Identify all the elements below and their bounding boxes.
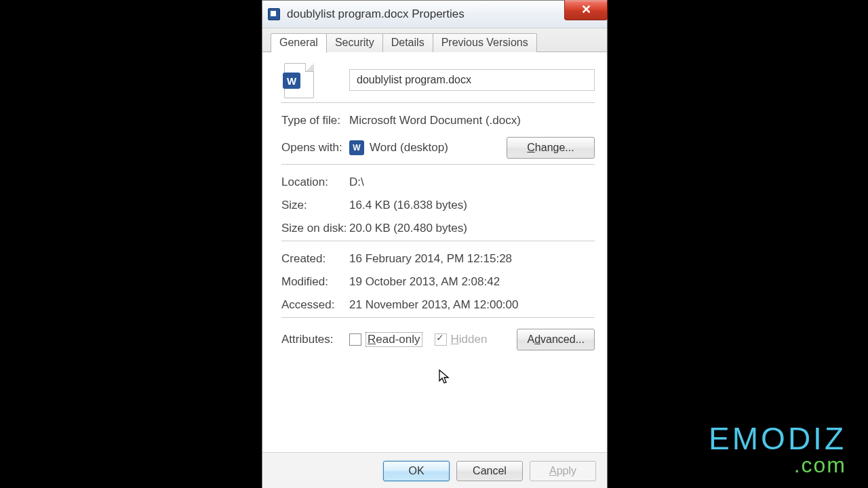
cancel-button[interactable]: Cancel — [456, 461, 523, 481]
titlebar: doublylist program.docx Properties ✕ — [262, 1, 607, 28]
type-of-file-value: Microsoft Word Document (.docx) — [349, 114, 595, 127]
opens-with-label: Opens with: — [281, 141, 349, 155]
size-on-disk-value: 20.0 KB (20.480 bytes) — [349, 222, 595, 235]
hidden-label: Hidden — [451, 333, 488, 346]
opens-with-value: Word (desktop) — [370, 141, 448, 155]
readonly-checkbox[interactable] — [349, 333, 361, 346]
dialog-footer: OK Cancel Apply — [262, 452, 607, 488]
tab-details[interactable]: Details — [382, 33, 433, 52]
created-value: 16 February 2014, PM 12:15:28 — [349, 252, 595, 266]
apply-button: Apply — [530, 461, 596, 481]
ok-button[interactable]: OK — [383, 461, 450, 481]
tab-previous-versions[interactable]: Previous Versions — [433, 33, 537, 52]
watermark-brand: EMODIZ — [709, 423, 846, 454]
modified-value: 19 October 2013, AM 2:08:42 — [349, 275, 595, 289]
watermark-domain: .com — [709, 454, 846, 476]
separator — [281, 317, 595, 318]
hidden-checkbox-group[interactable]: Hidden — [435, 333, 488, 346]
type-of-file-label: Type of file: — [281, 114, 349, 127]
hidden-checkbox[interactable] — [435, 333, 447, 346]
readonly-checkbox-group[interactable]: Read-only — [349, 332, 422, 347]
location-label: Location: — [281, 176, 349, 189]
separator — [281, 102, 595, 103]
properties-dialog: doublylist program.docx Properties ✕ Gen… — [262, 0, 608, 488]
change-button[interactable]: Change... — [507, 137, 595, 159]
location-value: D:\ — [349, 176, 595, 189]
watermark: EMODIZ .com — [709, 423, 846, 476]
separator — [281, 164, 595, 165]
accessed-label: Accessed: — [281, 298, 349, 312]
tab-strip: General Security Details Previous Versio… — [262, 28, 607, 52]
attributes-label: Attributes: — [281, 333, 349, 346]
close-icon: ✕ — [581, 2, 591, 17]
word-doc-large-icon: W — [284, 63, 313, 97]
modified-label: Modified: — [281, 275, 349, 289]
filename-input[interactable] — [349, 69, 595, 91]
close-button[interactable]: ✕ — [564, 0, 608, 20]
created-label: Created: — [281, 252, 349, 266]
separator — [281, 241, 595, 241]
word-app-icon: W — [349, 140, 364, 155]
advanced-button[interactable]: Advanced... — [517, 329, 595, 350]
accessed-value: 21 November 2013, AM 12:00:00 — [349, 298, 595, 312]
tab-general[interactable]: General — [271, 33, 327, 53]
dialog-body: W Type of file: Microsoft Word Document … — [262, 52, 607, 452]
size-label: Size: — [281, 199, 349, 212]
size-value: 16.4 KB (16.838 bytes) — [349, 199, 595, 212]
tab-security[interactable]: Security — [326, 33, 383, 52]
size-on-disk-label: Size on disk: — [281, 222, 349, 235]
readonly-label: Read-only — [366, 332, 422, 347]
window-title: doublylist program.docx Properties — [287, 7, 465, 21]
word-doc-icon — [268, 8, 280, 20]
